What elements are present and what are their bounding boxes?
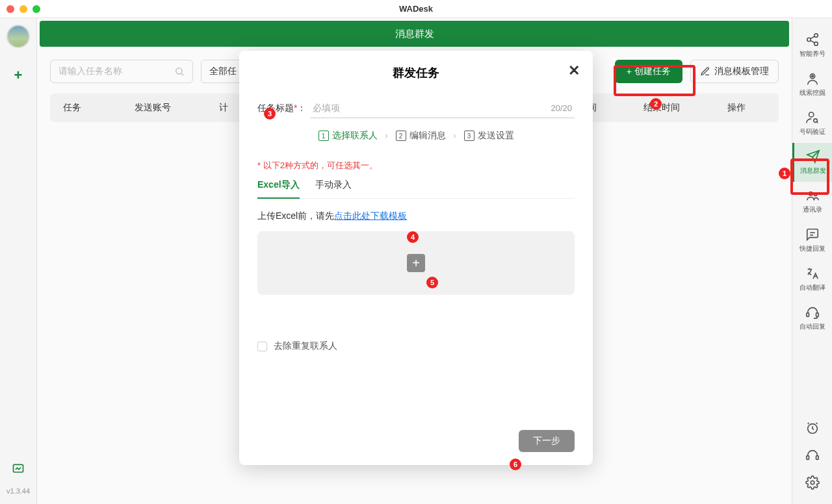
titlebar: WADesk bbox=[0, 0, 832, 18]
wizard-steps: 1选择联系人 › 2编辑消息 › 3发送设置 bbox=[257, 130, 575, 142]
modal-backdrop: ✕ 群发任务 任务标题*： 必填项 20/20 1选择联系人 › 2编辑消息 ›… bbox=[0, 18, 832, 504]
step-select-contacts[interactable]: 1选择联系人 bbox=[318, 130, 378, 142]
annotation-badge-5: 5 bbox=[426, 277, 438, 288]
upload-hint: 上传Excel前，请先点击此处下载模板 bbox=[257, 210, 575, 222]
task-title-input[interactable]: 必填项 20/20 bbox=[310, 99, 575, 118]
dedupe-checkbox[interactable] bbox=[257, 342, 267, 351]
download-template-link[interactable]: 点击此处下载模板 bbox=[334, 210, 407, 221]
method-note: * 以下2种方式的，可任选其一。 bbox=[257, 160, 575, 171]
upload-plus-icon[interactable]: + bbox=[407, 254, 425, 272]
modal-title: 群发任务 bbox=[257, 65, 575, 81]
import-tabs: Excel导入 手动录入 bbox=[257, 179, 575, 199]
annotation-badge-4: 4 bbox=[407, 231, 419, 243]
window-controls bbox=[6, 5, 40, 13]
annotation-badge-1: 1 bbox=[779, 168, 790, 179]
chevron-right-icon: › bbox=[454, 131, 456, 140]
task-title-placeholder: 必填项 bbox=[313, 103, 340, 114]
bulk-task-modal: ✕ 群发任务 任务标题*： 必填项 20/20 1选择联系人 › 2编辑消息 ›… bbox=[239, 51, 593, 465]
close-icon[interactable]: ✕ bbox=[568, 62, 580, 79]
task-title-field: 任务标题*： 必填项 20/20 bbox=[257, 99, 575, 118]
tab-manual-input[interactable]: 手动录入 bbox=[315, 179, 352, 198]
task-title-counter: 20/20 bbox=[551, 103, 572, 113]
annotation-badge-2: 2 bbox=[650, 98, 662, 110]
step-edit-message[interactable]: 2编辑消息 bbox=[396, 130, 446, 142]
chevron-right-icon: › bbox=[385, 131, 388, 140]
maximize-window-icon[interactable] bbox=[32, 5, 40, 13]
close-window-icon[interactable] bbox=[6, 5, 14, 13]
annotation-badge-6: 6 bbox=[510, 459, 521, 470]
modal-footer: 下一步 bbox=[257, 430, 575, 452]
minimize-window-icon[interactable] bbox=[20, 5, 27, 13]
tab-excel-import[interactable]: Excel导入 bbox=[257, 179, 300, 199]
next-button[interactable]: 下一步 bbox=[519, 430, 575, 452]
step-send-settings[interactable]: 3发送设置 bbox=[464, 130, 514, 142]
annotation-badge-3: 3 bbox=[264, 108, 276, 120]
dedupe-row[interactable]: 去除重复联系人 bbox=[257, 340, 575, 352]
window-title: WADesk bbox=[399, 4, 433, 14]
dedupe-label: 去除重复联系人 bbox=[274, 340, 337, 352]
